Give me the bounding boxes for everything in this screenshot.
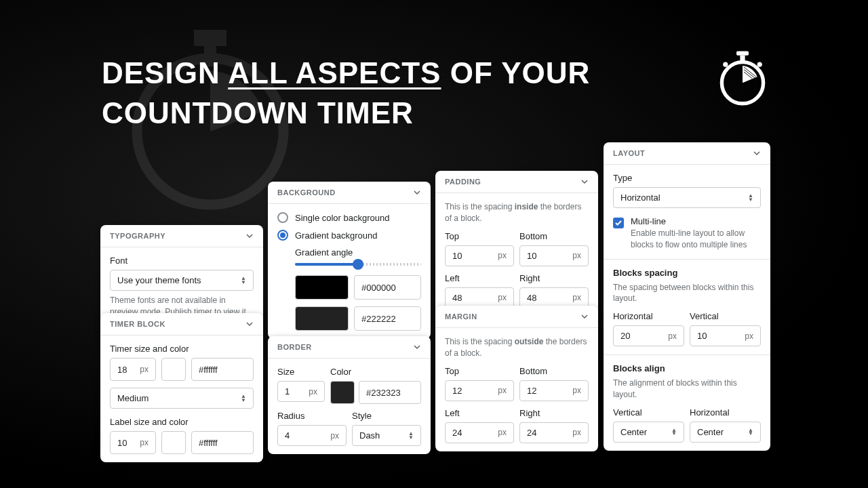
border-panel: BORDER Size 1px Color #232323 Radius 4px… xyxy=(268,336,431,454)
padding-panel: PADDING This is the spacing inside the b… xyxy=(435,171,598,317)
background-header[interactable]: BACKGROUND xyxy=(268,182,431,204)
padding-right-input[interactable]: 48px xyxy=(519,287,589,308)
margin-bottom-label: Bottom xyxy=(519,366,589,376)
spacing-h-input[interactable]: 20px xyxy=(613,325,684,346)
align-v-select[interactable]: Center▲▼ xyxy=(613,422,684,443)
align-h-select[interactable]: Center▲▼ xyxy=(690,422,761,443)
timer-block-header[interactable]: TIMER BLOCK xyxy=(100,313,263,336)
chevron-down-icon xyxy=(753,149,761,157)
margin-top-input[interactable]: 12px xyxy=(445,380,514,401)
chevron-down-icon xyxy=(413,188,421,197)
border-color-input[interactable]: #232323 xyxy=(359,381,421,404)
svg-point-7 xyxy=(757,62,762,67)
label-color-input[interactable]: #ffffff xyxy=(191,431,254,454)
chevron-down-icon xyxy=(245,320,254,328)
border-style-label: Style xyxy=(352,411,421,421)
padding-header[interactable]: PADDING xyxy=(435,171,598,193)
layout-type-select[interactable]: Horizontal▲▼ xyxy=(613,187,761,208)
blocks-align-title: Blocks align xyxy=(613,363,761,373)
gradient-color2-input[interactable]: #222222 xyxy=(354,306,421,331)
blocks-align-hint: The alignment of blocks within this layo… xyxy=(613,378,761,401)
timer-color-input[interactable]: #ffffff xyxy=(191,358,254,381)
margin-left-label: Left xyxy=(445,408,514,418)
chevron-down-icon xyxy=(580,312,589,321)
align-v-label: Vertical xyxy=(613,407,684,418)
single-color-radio[interactable]: Single color background xyxy=(277,212,421,223)
margin-panel: MARGIN This is the spacing outside the b… xyxy=(435,306,598,451)
padding-bottom-label: Bottom xyxy=(519,231,589,241)
padding-left-label: Left xyxy=(445,273,514,283)
page-headline: DESIGN ALL ASPECTS OF YOUR COUNTDOWN TIM… xyxy=(102,53,590,134)
padding-top-input[interactable]: 10px xyxy=(445,245,514,266)
typography-header[interactable]: TYPOGRAPHY xyxy=(100,225,263,247)
padding-bottom-input[interactable]: 10px xyxy=(519,245,589,266)
border-style-select[interactable]: Dash▲▼ xyxy=(352,425,421,446)
gradient-angle-slider[interactable] xyxy=(295,263,421,266)
font-select[interactable]: Use your theme fonts ▲▼ xyxy=(110,270,254,291)
gradient-color1-input[interactable]: #000000 xyxy=(354,275,421,300)
gradient-color1-swatch[interactable] xyxy=(295,275,349,300)
select-arrows-icon: ▲▼ xyxy=(241,394,246,402)
svg-rect-5 xyxy=(740,56,745,62)
margin-right-label: Right xyxy=(519,408,589,418)
chevron-down-icon xyxy=(245,232,254,240)
label-size-input[interactable]: 10px xyxy=(110,431,156,454)
padding-left-input[interactable]: 48px xyxy=(445,287,514,308)
svg-rect-4 xyxy=(736,51,749,55)
padding-top-label: Top xyxy=(445,231,514,241)
chevron-down-icon xyxy=(580,178,589,186)
chevron-down-icon xyxy=(413,343,421,351)
border-color-label: Color xyxy=(330,367,421,377)
layout-type-label: Type xyxy=(613,173,761,183)
timer-weight-select[interactable]: Medium ▲▼ xyxy=(110,388,254,409)
background-panel: BACKGROUND Single color background Gradi… xyxy=(268,182,431,339)
label-color-swatch[interactable] xyxy=(161,431,186,454)
timer-size-label: Timer size and color xyxy=(110,344,254,354)
spacing-v-input[interactable]: 10px xyxy=(690,325,761,346)
multiline-checkbox[interactable]: Multi-line Enable multi-line layout to a… xyxy=(613,216,761,251)
timer-color-swatch[interactable] xyxy=(161,358,186,381)
check-icon xyxy=(615,220,622,226)
layout-header[interactable]: LAYOUT xyxy=(604,142,770,165)
align-h-label: Horizontal xyxy=(690,407,761,418)
margin-right-input[interactable]: 24px xyxy=(519,422,589,443)
border-radius-label: Radius xyxy=(277,411,347,421)
timer-block-panel: TIMER BLOCK Timer size and color 18px #f… xyxy=(100,313,263,462)
margin-hint: This is the spacing outside the borders … xyxy=(445,336,589,359)
margin-top-label: Top xyxy=(445,366,514,376)
font-label: Font xyxy=(110,256,254,266)
border-size-input[interactable]: 1px xyxy=(277,381,325,402)
timer-size-input[interactable]: 18px xyxy=(110,358,156,381)
margin-header[interactable]: MARGIN xyxy=(435,306,598,328)
stopwatch-logo-icon xyxy=(712,47,773,108)
border-header[interactable]: BORDER xyxy=(268,336,431,359)
blocks-spacing-hint: The spacing between blocks within this l… xyxy=(613,282,761,305)
padding-hint: This is the spacing inside the borders o… xyxy=(445,201,589,224)
margin-left-input[interactable]: 24px xyxy=(445,422,514,443)
svg-rect-1 xyxy=(194,30,226,46)
layout-panel: LAYOUT Type Horizontal▲▼ Multi-line Enab… xyxy=(604,142,770,451)
gradient-radio[interactable]: Gradient background xyxy=(277,230,421,241)
padding-right-label: Right xyxy=(519,273,589,283)
margin-bottom-input[interactable]: 12px xyxy=(519,380,589,401)
border-size-label: Size xyxy=(277,367,325,377)
gradient-color2-swatch[interactable] xyxy=(295,306,349,331)
svg-point-6 xyxy=(723,62,728,67)
spacing-h-label: Horizontal xyxy=(613,311,684,321)
border-color-swatch[interactable] xyxy=(330,381,355,404)
gradient-angle-label: Gradient angle xyxy=(295,247,421,258)
blocks-spacing-title: Blocks spacing xyxy=(613,268,761,278)
select-arrows-icon: ▲▼ xyxy=(241,277,246,284)
spacing-v-label: Vertical xyxy=(690,311,761,321)
label-size-label: Label size and color xyxy=(110,417,254,427)
border-radius-input[interactable]: 4px xyxy=(277,425,347,446)
